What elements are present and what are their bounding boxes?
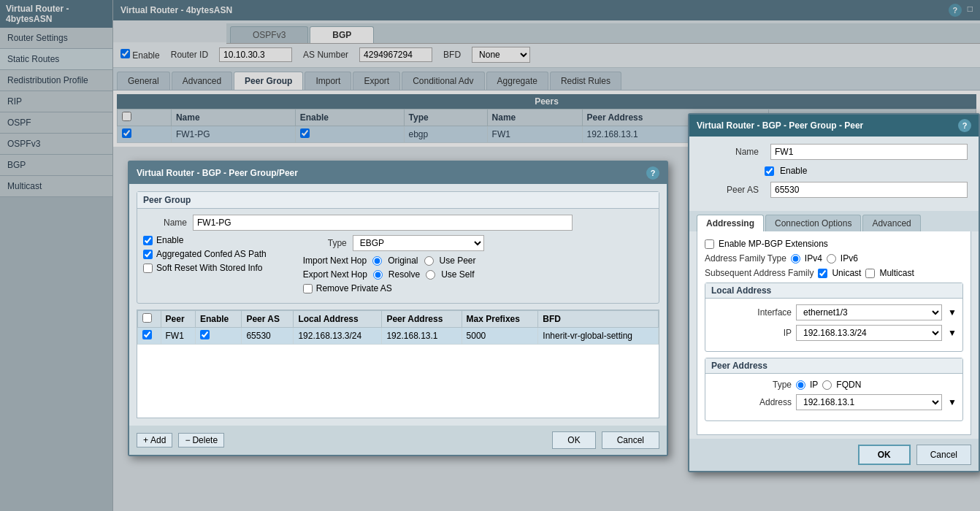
right-name-input[interactable]	[770, 144, 968, 160]
interface-label: Interface	[711, 307, 792, 318]
right-tab-connection-options[interactable]: Connection Options	[765, 215, 861, 231]
peer-type-ip-radio[interactable]	[796, 380, 805, 390]
peer-group-label: Peer Group	[137, 192, 659, 209]
aggregated-row: Aggregated Confed AS Path	[143, 249, 267, 259]
export-resolve-radio[interactable]	[373, 270, 383, 280]
right-tab-advanced[interactable]: Advanced	[862, 215, 920, 231]
interface-dropdown-icon: ▼	[948, 307, 957, 318]
dialog-main-cancel-button[interactable]: Cancel	[602, 431, 659, 449]
dialog-main-title: Virtual Router - BGP - Peer Group/Peer	[137, 168, 298, 178]
export-use-self-radio[interactable]	[426, 270, 435, 280]
mpbgp-label: Enable MP-BGP Extensions	[719, 239, 828, 249]
dialog-main-body: Peer Group Name Enable	[129, 184, 667, 426]
address-select[interactable]: 192.168.13.1	[796, 394, 942, 410]
saf-multicast-checkbox[interactable]	[865, 269, 875, 278]
dialog-right-help-icon[interactable]: ?	[958, 119, 971, 132]
peer-row-local-address: 192.168.13.3/24	[294, 328, 382, 345]
peer-address-content: Type IP FQDN Address 192.168.13.1 ▼	[705, 374, 962, 420]
dialog-main-help-icon[interactable]: ?	[646, 166, 659, 180]
peer-group-section: Peer Group Name Enable	[137, 191, 659, 304]
aft-label: Address Family Type	[705, 253, 786, 264]
soft-reset-checkbox[interactable]	[143, 264, 153, 273]
peer-address-section: Peer Address Type IP FQDN Address 192.16…	[705, 358, 963, 421]
right-cancel-button[interactable]: Cancel	[916, 445, 971, 465]
peer-address-row: Address 192.168.13.1 ▼	[711, 394, 957, 410]
peer-row-peer-address: 192.168.13.1	[382, 328, 462, 345]
import-use-peer-radio[interactable]	[424, 256, 434, 266]
add-icon: +	[143, 435, 148, 445]
peer-col-enable: Enable	[195, 311, 242, 328]
peer-type-fqdn-radio[interactable]	[822, 380, 832, 390]
export-next-hop-label: Export Next Hop	[303, 269, 367, 280]
peer-select-all[interactable]	[142, 313, 152, 323]
right-enable-checkbox[interactable]	[765, 166, 774, 176]
peer-type-ip-label: IP	[810, 380, 818, 390]
import-next-hop-label: Import Next Hop	[303, 256, 367, 266]
peer-col-max-prefixes: Max Prefixes	[462, 311, 538, 328]
enable-checkbox[interactable]	[143, 236, 153, 245]
aft-ipv6-radio[interactable]	[827, 254, 836, 264]
right-footer: OK Cancel	[689, 439, 979, 471]
right-tab-addressing[interactable]: Addressing	[697, 215, 764, 231]
right-tabs: Addressing Connection Options Advanced	[689, 211, 979, 231]
type-select[interactable]: EBGP	[353, 235, 484, 251]
dialog-main-footer-right: OK Cancel	[552, 431, 659, 449]
saf-row: Subsequent Address Family Unicast Multic…	[705, 268, 963, 278]
left-options: Enable Aggregated Confed AS Path Soft Re…	[143, 235, 267, 277]
ip-dropdown-icon: ▼	[948, 328, 957, 338]
peer-row-checkbox[interactable]	[138, 328, 161, 345]
peer-type-fqdn-label: FQDN	[836, 380, 861, 390]
aft-ipv4-radio[interactable]	[791, 254, 800, 264]
peer-group-content: Name Enable Aggregated Confed AS Path	[137, 209, 659, 303]
right-form-header: Name Enable Peer AS	[689, 137, 979, 211]
import-original-radio[interactable]	[372, 256, 382, 266]
interface-select[interactable]: ethernet1/3	[796, 304, 942, 320]
import-next-hop-row: Import Next Hop Original Use Peer	[303, 256, 484, 266]
table-row[interactable]: FW1 65530 192.168.13.3/24 192.168.13.1 5…	[138, 328, 659, 345]
local-address-label: Local Address	[705, 283, 962, 299]
delete-button[interactable]: − Delete	[178, 433, 224, 447]
dialog-bgp-peer-group: Virtual Router - BGP - Peer Group/Peer ?…	[128, 161, 668, 456]
peer-col-local-address: Local Address	[294, 311, 382, 328]
saf-unicast-label: Unicast	[832, 268, 861, 278]
right-name-label: Name	[700, 147, 759, 157]
peer-group-name-input[interactable]	[193, 215, 573, 231]
ip-row: IP 192.168.13.3/24 ▼	[711, 325, 957, 341]
peer-row-peer-as: 65530	[242, 328, 294, 345]
local-address-section: Local Address Interface ethernet1/3 ▼ IP…	[705, 283, 963, 352]
dialog-right-header: Virtual Router - BGP - Peer Group - Peer…	[689, 115, 979, 137]
export-resolve-label: Resolve	[388, 269, 420, 280]
mpbgp-checkbox[interactable]	[705, 239, 714, 249]
aggregated-checkbox[interactable]	[143, 250, 153, 259]
dialog-main-header: Virtual Router - BGP - Peer Group/Peer ?	[129, 162, 667, 184]
right-peer-as-label: Peer AS	[700, 185, 759, 195]
peer-col-peer: Peer	[161, 311, 195, 328]
peer-col-peer-address: Peer Address	[382, 311, 462, 328]
aft-ipv6-label: IPv6	[841, 253, 858, 264]
remove-private-as-checkbox[interactable]	[303, 284, 313, 293]
peer-col-peer-as: Peer AS	[242, 311, 294, 328]
aft-ipv4-label: IPv4	[805, 253, 822, 264]
peer-table-empty	[137, 345, 659, 418]
right-peer-as-input[interactable]	[770, 182, 968, 198]
type-row: Type EBGP	[303, 235, 484, 251]
address-label: Address	[711, 397, 792, 407]
peer-table: Peer Enable Peer AS Local Address Peer A…	[137, 310, 659, 345]
peer-row-max-prefixes: 5000	[462, 328, 538, 345]
export-use-self-label: Use Self	[441, 269, 474, 280]
remove-private-as-row: Remove Private AS	[303, 283, 484, 293]
export-next-hop-row: Export Next Hop Resolve Use Self	[303, 269, 484, 280]
dialog-main-ok-button[interactable]: OK	[552, 431, 595, 449]
peer-row-peer: FW1	[161, 328, 195, 345]
soft-reset-row: Soft Reset With Stored Info	[143, 263, 267, 273]
address-dropdown-icon: ▼	[948, 397, 957, 407]
soft-reset-label: Soft Reset With Stored Info	[156, 263, 262, 273]
saf-unicast-checkbox[interactable]	[818, 269, 827, 278]
import-use-peer-label: Use Peer	[440, 256, 476, 266]
saf-label: Subsequent Address Family	[705, 268, 814, 278]
add-button[interactable]: + Add	[137, 433, 172, 447]
ip-select[interactable]: 192.168.13.3/24	[796, 325, 942, 341]
name-row: Name	[143, 215, 653, 231]
remove-private-as-label: Remove Private AS	[316, 283, 392, 293]
right-ok-button[interactable]: OK	[858, 445, 911, 465]
